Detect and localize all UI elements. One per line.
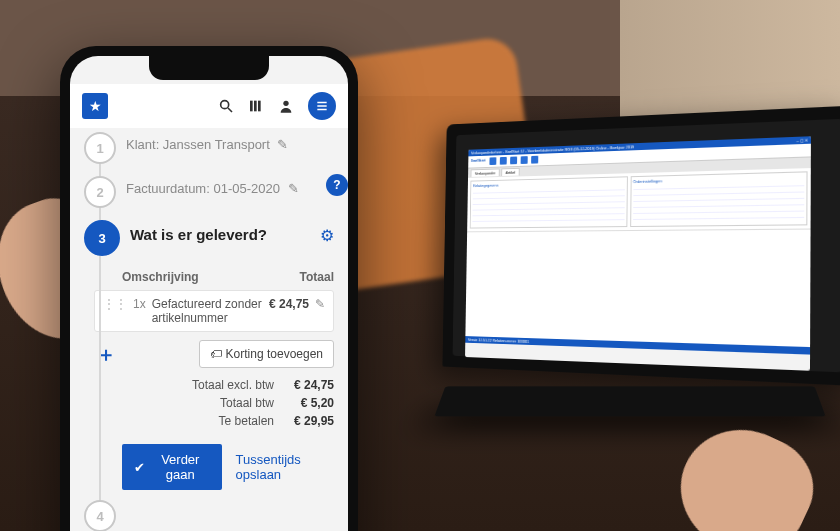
totals-block: Totaal excl. btw€ 24,75 Totaal btw€ 5,20… (122, 376, 334, 430)
mobile-app: ★ (70, 56, 348, 531)
help-label: ? (333, 178, 340, 192)
button-label: Verder gaan (151, 452, 210, 482)
add-row: ＋ 🏷 Korting toevoegen (94, 340, 334, 368)
total-excl-label: Totaal excl. btw (192, 378, 274, 392)
edit-icon[interactable]: ✎ (277, 137, 288, 152)
window-controls[interactable]: – ◻ ✕ (797, 138, 808, 144)
step-label: Klant: Janssen Transport ✎ (126, 132, 288, 152)
add-line-button[interactable]: ＋ (94, 341, 118, 368)
total-pay-label: Te betalen (219, 414, 274, 428)
tab-verkooporder[interactable]: Verkooporder (471, 168, 500, 176)
form-group-right: Orderinstellingen (630, 171, 808, 227)
ribbon-icon[interactable] (531, 156, 538, 164)
drag-handle-icon[interactable]: ⋮⋮ (103, 297, 127, 311)
total-btw-value: € 5,20 (288, 396, 334, 410)
step-text: Factuurdatum: 01-05-2020 (126, 181, 280, 196)
total-pay-value: € 29,95 (288, 414, 334, 428)
total-excl-value: € 24,75 (288, 378, 334, 392)
svg-point-5 (283, 101, 288, 106)
button-label: Korting toevoegen (226, 347, 323, 361)
svg-rect-3 (254, 101, 257, 112)
scene-backdrop: Verkooporderbeheer - SnelStart 12 - Voor… (0, 0, 840, 531)
ribbon-icon[interactable] (489, 157, 496, 165)
step-3-active: 3 Wat is er geleverd? ⚙ (84, 220, 334, 256)
phone-screen: ★ (70, 56, 348, 531)
delivered-section: Omschrijving Totaal ⋮⋮ 1x Gefactureerd z… (122, 268, 334, 490)
edit-icon[interactable]: ✎ (288, 181, 299, 196)
tag-icon: 🏷 (210, 347, 222, 361)
line-description: Gefactureerd zonder artikelnummer (152, 297, 263, 325)
line-qty: 1x (133, 297, 146, 311)
ribbon-icon[interactable] (520, 156, 527, 164)
app-topbar: ★ (70, 84, 348, 128)
continue-button[interactable]: ✔ Verder gaan (122, 444, 222, 490)
step-number: 4 (84, 500, 116, 531)
step-actions: ✔ Verder gaan Tussentijds opslaan (122, 444, 334, 490)
phone-notch (149, 56, 269, 80)
svg-line-1 (228, 108, 232, 112)
grid-area[interactable] (465, 229, 810, 348)
edit-icon[interactable]: ✎ (315, 297, 325, 311)
step-number: 1 (84, 132, 116, 164)
step-text: Klant: Janssen Transport (126, 137, 270, 152)
star-icon: ★ (89, 98, 102, 114)
phone-device: ★ (60, 46, 358, 531)
laptop: Verkooporderbeheer - SnelStart 12 - Voor… (420, 115, 840, 445)
step-2[interactable]: 2 Factuurdatum: 01-05-2020 ✎ (84, 176, 334, 208)
ribbon-icon[interactable] (499, 157, 506, 165)
step-4[interactable]: 4 (84, 500, 334, 531)
add-discount-button[interactable]: 🏷 Korting toevoegen (199, 340, 334, 368)
desktop-app-window: Verkooporderbeheer - SnelStart 12 - Voor… (465, 136, 811, 370)
svg-point-0 (221, 101, 229, 109)
svg-rect-2 (250, 101, 253, 112)
col-description: Omschrijving (122, 270, 199, 284)
laptop-keyboard (434, 386, 825, 416)
check-icon: ✔ (134, 460, 145, 475)
ribbon-icon[interactable] (510, 157, 517, 165)
svg-rect-4 (258, 101, 261, 112)
total-btw-label: Totaal btw (220, 396, 274, 410)
step-label: Wat is er geleverd? (130, 220, 267, 243)
line-total: € 24,75 (269, 297, 309, 311)
app-brand: SnelStart (471, 158, 486, 166)
form-body: Relatiegegevens Orderinstellingen (467, 168, 811, 231)
line-items-header: Omschrijving Totaal (122, 268, 334, 290)
tab-artikel[interactable]: Artikel (501, 168, 519, 176)
user-icon[interactable] (278, 98, 294, 114)
library-icon[interactable] (248, 98, 264, 114)
menu-button[interactable] (308, 92, 336, 120)
col-total: Totaal (300, 270, 334, 284)
line-item-row[interactable]: ⋮⋮ 1x Gefactureerd zonder artikelnummer … (94, 290, 334, 332)
gear-icon[interactable]: ⚙ (320, 220, 334, 245)
app-logo[interactable]: ★ (82, 93, 108, 119)
form-group-left: Relatiegegevens (470, 176, 628, 228)
wizard-steps: ? 1 Klant: Janssen Transport ✎ 2 Factuur… (70, 128, 348, 531)
search-icon[interactable] (218, 98, 234, 114)
step-number: 2 (84, 176, 116, 208)
step-label: Factuurdatum: 01-05-2020 ✎ (126, 176, 299, 196)
step-number: 3 (84, 220, 120, 256)
save-draft-link[interactable]: Tussentijds opslaan (236, 452, 334, 482)
step-1[interactable]: 1 Klant: Janssen Transport ✎ (84, 132, 334, 164)
